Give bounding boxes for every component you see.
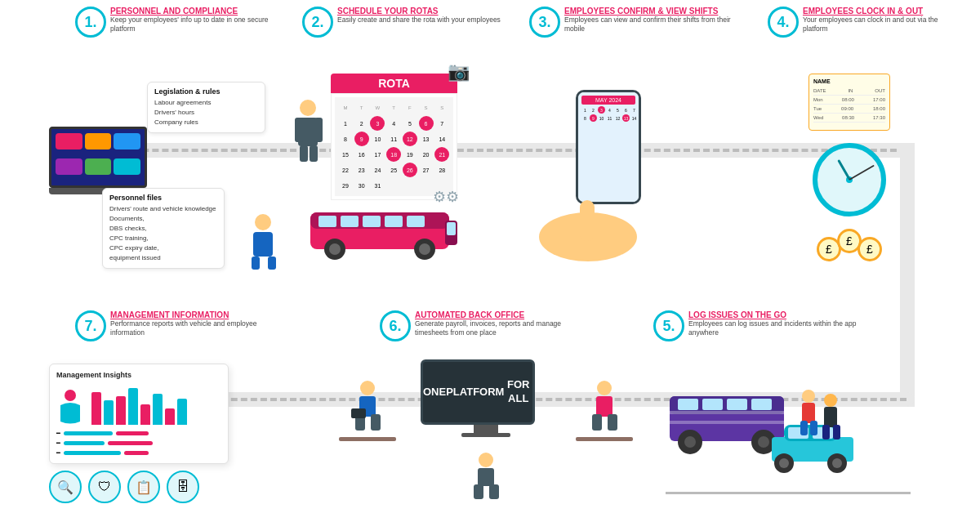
svg-rect-60 (802, 403, 815, 423)
svg-rect-14 (363, 216, 381, 227)
office-person-left (347, 380, 388, 437)
svg-rect-43 (678, 399, 698, 410)
icon-circle-doc: 📋 (127, 471, 160, 503)
personnel-item-3: DBS checks, (109, 224, 217, 234)
step7-desc: Performance reports with vehicle and emp… (110, 319, 274, 337)
phone-body: MAY 2024 12 34 56 7 89 1011 1213 14 (576, 90, 641, 204)
icon-circle-search: 🔍 (49, 471, 82, 503)
app-icon-2 (85, 133, 112, 149)
phone-screen: MAY 2024 12 34 56 7 89 1011 1213 14 (578, 92, 639, 202)
calendar-decoration: 📷 (448, 61, 470, 83)
desk-right (576, 437, 633, 441)
form-row-3: Tue09:0018:00 (813, 105, 885, 114)
svg-rect-32 (596, 396, 612, 417)
person-right-desk (576, 380, 633, 441)
svg-point-20 (419, 243, 430, 255)
svg-rect-64 (824, 407, 837, 427)
step4-illustration: NAME DATEINOUT Mon08:0017:00 Tue09:0018:… (760, 74, 939, 286)
step5-title[interactable]: LOG ISSUES ON THE GO (688, 310, 786, 319)
stat-row-3: ━ (56, 449, 221, 457)
svg-point-26 (360, 381, 375, 395)
step1-title[interactable]: PERSONNEL AND COMPLIANCE (110, 7, 238, 16)
svg-point-4 (300, 100, 316, 116)
rota-calendar: ROTA M T W T F S S 12 34 56 7 89 1011 12… (331, 74, 457, 204)
step5-circle: 5. (653, 310, 684, 341)
step4-title[interactable]: EMPLOYEES CLOCK IN & OUT (803, 7, 923, 16)
step5-illustration (645, 364, 931, 502)
step7-illustration: Management Insights (49, 364, 286, 503)
app-icon-6 (114, 158, 140, 175)
svg-rect-22 (447, 222, 456, 235)
icon-circle-shield: 🛡 (88, 471, 121, 503)
step6-desc: Generate payroll, invoices, reports and … (415, 319, 595, 337)
app-icon-1 (56, 133, 82, 149)
svg-rect-34 (608, 414, 617, 431)
road-line (666, 492, 911, 494)
step6-circle: 6. (380, 310, 411, 341)
personnel-item-2: Documents, (109, 214, 217, 224)
svg-rect-12 (318, 216, 336, 227)
step6-title[interactable]: AUTOMATED BACK OFFICE (415, 310, 524, 319)
cal-body: M T W T F S S 12 34 56 7 89 1011 1213 14… (331, 93, 457, 200)
bus-illustration (306, 204, 461, 261)
desk-left (339, 437, 396, 441)
step2-desc: Easily create and share the rota with yo… (337, 16, 501, 25)
legislation-panel: Legislation & rules Labour agreements Dr… (147, 82, 265, 133)
legislation-title: Legislation & rules (154, 87, 258, 96)
svg-rect-8 (300, 145, 308, 162)
stat-row-1: ━ (56, 430, 221, 437)
app-icon-4 (56, 158, 82, 175)
laptop-screen (49, 127, 147, 188)
stats-rows: ━ ━ ━ (56, 430, 221, 457)
svg-rect-7 (314, 118, 323, 142)
office-person-bottom (466, 452, 506, 501)
svg-rect-45 (727, 399, 747, 410)
bar-5 (140, 404, 150, 425)
breakdown-scene (666, 364, 911, 502)
personnel-item-6: equipment issued (109, 253, 217, 263)
insights-chart-area (56, 384, 221, 430)
phone-cal-grid: 12 34 56 7 89 1011 1213 14 (581, 106, 635, 122)
svg-point-0 (255, 214, 271, 230)
bar-7 (165, 408, 175, 425)
svg-point-35 (479, 453, 493, 467)
step1-circle: 1. (75, 7, 106, 38)
step5-desc: Employees can log issues and incidents w… (688, 319, 868, 337)
step7-title[interactable]: MANAGEMENT INFORMATION (110, 310, 229, 319)
clock-minute-hand (849, 165, 875, 181)
step1-illustration: Legislation & rules Labour agreements Dr… (49, 82, 294, 294)
svg-rect-6 (295, 118, 303, 142)
svg-rect-30 (351, 408, 366, 418)
step3-illustration: MAY 2024 12 34 56 7 89 1011 1213 14 (519, 74, 698, 270)
step2-block: SCHEDULE YOUR ROTAS Easily create and sh… (337, 7, 501, 25)
hand-svg (535, 196, 641, 261)
person-left-desk (339, 380, 396, 441)
cal-header: ROTA (331, 74, 457, 93)
step7-circle: 7. (75, 310, 106, 341)
clock-hour-hand (837, 159, 851, 181)
svg-rect-61 (800, 421, 808, 435)
step3-desc: Employees can view and confirm their shi… (564, 16, 744, 33)
svg-rect-1 (253, 232, 273, 257)
step7-block: MANAGEMENT INFORMATION Performance repor… (110, 310, 274, 337)
svg-point-31 (597, 381, 612, 395)
step3-circle: 3. (529, 7, 560, 38)
person-dark (817, 392, 845, 453)
svg-point-25 (65, 390, 76, 401)
legislation-item-1: Labour agreements (154, 98, 258, 108)
monitor-stand (474, 425, 498, 433)
clock-visual (813, 143, 886, 216)
phone-hand: MAY 2024 12 34 56 7 89 1011 1213 14 (551, 90, 666, 253)
bar-3 (116, 396, 126, 425)
personnel-item-1: Drivers' route and vehicle knowledge (109, 204, 217, 214)
office-scene: ONE PLATFORM FOR ALL (339, 359, 633, 441)
step2-title[interactable]: SCHEDULE YOUR ROTAS (337, 7, 439, 16)
central-monitor: ONE PLATFORM FOR ALL (421, 359, 551, 441)
personnel-item-4: CPC training, (109, 234, 217, 243)
step3-title[interactable]: EMPLOYEES CONFIRM & VIEW SHIFTS (564, 7, 718, 16)
step4-desc: Your employees can clock in and out via … (803, 16, 950, 33)
app-icon-5 (85, 158, 112, 175)
bar-4 (128, 388, 138, 425)
office-person-right (584, 380, 625, 437)
icon-circle-db: 🗄 (167, 471, 199, 503)
